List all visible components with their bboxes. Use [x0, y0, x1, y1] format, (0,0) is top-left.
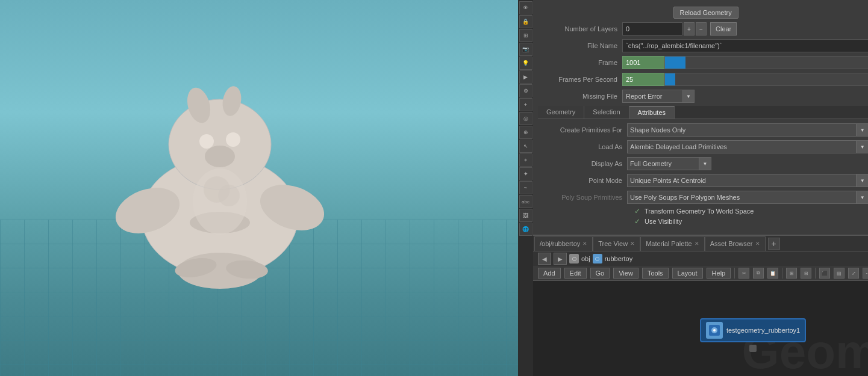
create-primitives-select[interactable]: Shape Nodes Only	[627, 123, 857, 137]
bottom-tab-assetbrowser-close[interactable]: ✕	[755, 241, 760, 247]
properties-panel: Reload Geometry Number of Layers + − Cle…	[533, 0, 868, 235]
toolbar-expand-icon[interactable]: ⤢	[848, 268, 859, 279]
frame-input[interactable]	[622, 56, 664, 69]
poly-soup-select[interactable]: Use Poly Soups For Polygon Meshes	[627, 191, 857, 204]
bottom-tab-assetbrowser-label: Asset Browser	[710, 240, 753, 247]
attributes-content: Create Primitives For Shape Nodes Only ▼…	[538, 119, 868, 231]
load-as-select[interactable]: Alembic Delayed Load Primitives	[627, 140, 857, 153]
3d-viewport[interactable]	[0, 0, 518, 376]
bottom-tab-rubbertoy-label: /obj/rubbertoy	[540, 240, 580, 247]
tab-bar: Geometry Selection Attributes	[538, 106, 868, 119]
svg-point-15	[218, 185, 240, 206]
display-as-select[interactable]: Full Geometry	[627, 157, 699, 170]
view-btn[interactable]: View	[613, 268, 639, 279]
toolbar-plus-btn[interactable]: +	[519, 98, 532, 111]
bottom-tab-material[interactable]: Material Palette ✕	[640, 236, 704, 251]
missing-file-row: Missing File Report Error ▼	[538, 89, 868, 103]
toolbar-light-btn[interactable]: 💡	[519, 57, 532, 70]
toolbar-settings-btn[interactable]: ⚙	[519, 84, 532, 97]
bottom-tab-assetbrowser[interactable]: Asset Browser ✕	[705, 236, 766, 251]
right-panel: Reload Geometry Number of Layers + − Cle…	[533, 0, 868, 376]
left-toolbar: 👁 🔒 ⊞ 📷 💡 ▶ ⚙ + ◎ ⊕ ↖ ⌖ ✦ ~ abc 🖼 🌐	[518, 0, 533, 376]
toolbar-abc-btn[interactable]: abc	[519, 195, 532, 208]
number-of-layers-row: Number of Layers + − Clear	[538, 22, 868, 36]
bottom-tab-treeview[interactable]: Tree View ✕	[593, 236, 640, 251]
toolbar-layout-icon[interactable]: ▤	[834, 268, 845, 279]
tools-btn[interactable]: Tools	[642, 268, 669, 279]
edit-btn[interactable]: Edit	[564, 268, 587, 279]
tab-attributes[interactable]: Attributes	[629, 106, 675, 119]
node-lock-indicator	[749, 345, 757, 352]
help-btn[interactable]: Help	[707, 268, 731, 279]
breadcrumb-obj-label[interactable]: obj	[581, 255, 590, 262]
load-as-label: Load As	[543, 143, 627, 150]
tab-geometry[interactable]: Geometry	[538, 106, 584, 119]
bottom-tab-treeview-label: Tree View	[598, 240, 628, 247]
add-btn[interactable]: Add	[538, 268, 561, 279]
toolbar-paste-icon[interactable]: 📋	[767, 268, 778, 279]
toolbar-bone-btn[interactable]: ✦	[519, 167, 532, 180]
breadcrumb-forward-btn[interactable]: ▶	[554, 253, 567, 265]
layers-clear-btn[interactable]: Clear	[710, 22, 737, 35]
point-mode-row: Point Mode Unique Points At Centroid ▼	[543, 173, 868, 188]
toolbar-lasso-btn[interactable]: ⌖	[519, 153, 532, 167]
fps-input[interactable]	[622, 73, 664, 86]
svg-point-4	[199, 134, 214, 149]
toolbar-magnet-btn[interactable]: ⊕	[519, 126, 532, 139]
svg-point-18	[713, 329, 716, 331]
reload-geometry-button[interactable]: Reload Geometry	[673, 7, 738, 19]
reload-row: Reload Geometry	[538, 4, 868, 22]
tab-selection[interactable]: Selection	[584, 106, 629, 119]
use-visibility-checkbox-icon[interactable]: ✓	[633, 217, 642, 226]
toolbar-camera-btn[interactable]: 📷	[519, 43, 532, 56]
bottom-tab-rubbertoy-close[interactable]: ✕	[582, 241, 587, 247]
fps-slider[interactable]	[664, 73, 868, 86]
breadcrumb-back-btn[interactable]: ◀	[538, 253, 551, 265]
toolbar-separator-2	[782, 268, 782, 279]
number-of-layers-control: + − Clear	[622, 22, 737, 35]
toolbar-img-btn[interactable]: 🖼	[519, 209, 532, 222]
missing-file-dropdown-wrapper: Report Error ▼	[622, 90, 695, 103]
go-btn[interactable]: Go	[590, 268, 610, 279]
create-primitives-wrapper: Shape Nodes Only ▼	[627, 123, 868, 137]
layout-btn[interactable]: Layout	[672, 268, 703, 279]
display-as-label: Display As	[543, 160, 627, 167]
toolbar-copy-icon[interactable]: ⧉	[753, 268, 764, 279]
bottom-tab-rubbertoy[interactable]: /obj/rubbertoy ✕	[534, 236, 593, 251]
toolbar-curve-btn[interactable]: ~	[519, 181, 532, 194]
transform-checkbox-row: ✓ Transform Geometry To World Space	[543, 207, 868, 215]
toolbar-grid-btn[interactable]: ⊞	[519, 29, 532, 42]
bottom-content[interactable]: Geom testgeometry_rubbertoy1	[533, 281, 868, 376]
layers-decrement-btn[interactable]: −	[696, 22, 707, 35]
toolbar-cut-icon[interactable]: ✂	[738, 268, 749, 279]
toolbar-more-icon[interactable]: ⋯	[863, 268, 868, 279]
bottom-tab-add-btn[interactable]: +	[768, 238, 780, 250]
frame-slider[interactable]	[664, 56, 868, 69]
toolbar-frame-icon[interactable]: ⬛	[819, 268, 830, 279]
transform-checkbox-icon[interactable]: ✓	[633, 207, 642, 215]
transform-checkbox-label: Transform Geometry To World Space	[645, 208, 754, 215]
breadcrumb-path: ⬡ obj ⬡ rubbertoy	[569, 254, 632, 264]
frame-label: Frame	[538, 59, 622, 66]
bottom-tab-treeview-close[interactable]: ✕	[630, 241, 635, 247]
toolbar-select-btn[interactable]: ↖	[519, 140, 532, 153]
file-name-input[interactable]	[622, 39, 868, 52]
svg-point-5	[226, 132, 240, 147]
number-of-layers-input[interactable]	[622, 22, 682, 35]
toolbar-eye-btn[interactable]: 👁	[519, 1, 532, 14]
toolbar-render-btn[interactable]: ▶	[519, 70, 532, 84]
bottom-tab-material-close[interactable]: ✕	[695, 241, 699, 247]
node-box[interactable]: testgeometry_rubbertoy1	[700, 318, 806, 342]
point-mode-wrapper: Unique Points At Centroid ▼	[627, 174, 868, 187]
toolbar-snap-btn[interactable]: ◎	[519, 112, 532, 125]
toolbar-lock-btn[interactable]: 🔒	[519, 15, 532, 28]
layers-increment-btn[interactable]: +	[684, 22, 695, 35]
toolbar-grid-icon[interactable]: ⊞	[786, 268, 797, 279]
toolbar-world-btn[interactable]: 🌐	[519, 223, 532, 236]
toolbar-grid2-icon[interactable]: ⊟	[801, 268, 811, 279]
load-as-wrapper: Alembic Delayed Load Primitives ▼	[627, 140, 868, 153]
missing-file-select[interactable]: Report Error	[622, 90, 695, 103]
breadcrumb-node-label[interactable]: rubbertoy	[605, 255, 632, 262]
breadcrumb-node-icon: ⬡	[593, 254, 602, 264]
point-mode-select[interactable]: Unique Points At Centroid	[627, 174, 857, 187]
